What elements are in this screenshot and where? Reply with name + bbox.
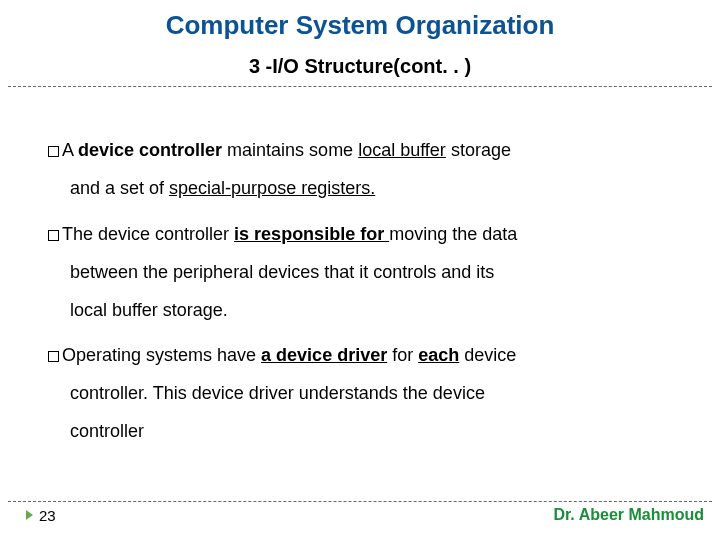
bullet-marker-icon [48, 230, 59, 241]
bullet-2: The device controller is responsible for… [48, 221, 682, 325]
text: Operating systems have [62, 345, 261, 365]
author-name: Dr. Abeer Mahmoud [553, 506, 704, 524]
text: maintains some [222, 140, 358, 160]
text: and a set of [70, 178, 169, 198]
text: controller. This device driver understan… [48, 380, 682, 408]
text: controller [48, 418, 682, 446]
text-bold-underline: a device driver [261, 345, 387, 365]
slide-title: Computer System Organization [0, 0, 720, 41]
text: The device controller [62, 224, 234, 244]
text-underline: special-purpose registers. [169, 178, 375, 198]
text: local buffer storage. [48, 297, 682, 325]
text-underline: local buffer [358, 140, 446, 160]
bullet-marker-icon [48, 146, 59, 157]
text: device [459, 345, 516, 365]
page-number-value: 23 [39, 507, 56, 524]
text: A [62, 140, 78, 160]
bullet-1: A device controller maintains some local… [48, 137, 682, 203]
text: for [387, 345, 418, 365]
bullet-marker-icon [48, 351, 59, 362]
bullet-3: Operating systems have a device driver f… [48, 342, 682, 446]
slide-footer: 23 Dr. Abeer Mahmoud [8, 501, 712, 524]
text-bold-underline: each [418, 345, 459, 365]
text-bold: device controller [78, 140, 222, 160]
text: storage [446, 140, 511, 160]
slide-subtitle: 3 -I/O Structure(cont. . ) [0, 55, 720, 78]
text: between the peripheral devices that it c… [48, 259, 682, 287]
text: moving the data [389, 224, 517, 244]
triangle-icon [26, 510, 33, 520]
text-bold-underline: is responsible for [234, 224, 389, 244]
page-number: 23 [26, 507, 56, 524]
slide-body: A device controller maintains some local… [0, 87, 720, 446]
